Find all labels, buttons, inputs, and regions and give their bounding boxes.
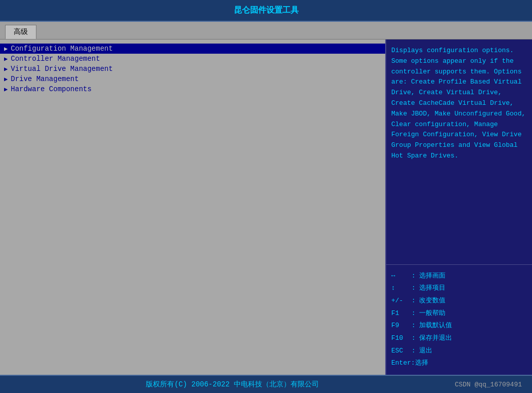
- menu-item-label: Controller Management: [11, 55, 100, 63]
- right-panel: Displays configuration options. Some opt…: [385, 40, 532, 375]
- key-desc: 加载默认值: [419, 320, 452, 332]
- key-desc: 选择画面: [419, 270, 445, 283]
- key-desc: 选择: [415, 357, 428, 370]
- footer-brand: CSDN @qq_16709491: [455, 381, 522, 388]
- key-name: Enter:: [391, 357, 415, 370]
- menu-arrow-icon: ▶: [4, 75, 8, 83]
- menu-arrow-icon: ▶: [4, 86, 8, 93]
- key-colon: :: [412, 345, 419, 358]
- key-colon: :: [412, 270, 419, 283]
- main-content: ▶Configuration Management▶Controller Man…: [0, 39, 532, 375]
- menu-item-4[interactable]: ▶Hardware Components: [0, 84, 385, 94]
- app-title: 昆仑固件设置工具: [234, 6, 299, 15]
- menu-arrow-icon: ▶: [4, 65, 8, 73]
- key-desc: 保存并退出: [419, 332, 452, 345]
- key-hint-row: +/- : 改变数值: [391, 295, 527, 307]
- menu-item-3[interactable]: ▶Drive Management: [0, 74, 385, 84]
- key-hints: ↔ : 选择画面↕ : 选择项目+/- : 改变数值F1 : 一般帮助F9 : …: [386, 265, 532, 375]
- key-hint-row: ↕ : 选择项目: [391, 282, 527, 295]
- key-desc: 改变数值: [419, 295, 445, 307]
- app: 昆仑固件设置工具 高级 ▶Configuration Management▶Co…: [0, 0, 532, 393]
- menu-item-label: Configuration Management: [11, 45, 113, 53]
- key-hint-row: F10 : 保存并退出: [391, 332, 527, 345]
- tab-advanced[interactable]: 高级: [5, 25, 36, 40]
- key-colon: :: [412, 332, 419, 345]
- key-name: F1: [391, 307, 412, 320]
- footer: 版权所有(C) 2006-2022 中电科技（北京）有限公司 CSDN @qq_…: [0, 375, 532, 393]
- key-desc: 一般帮助: [419, 307, 445, 320]
- key-hint-row: ↔ : 选择画面: [391, 270, 527, 283]
- help-text: Displays configuration options. Some opt…: [386, 40, 532, 265]
- left-panel: ▶Configuration Management▶Controller Man…: [0, 40, 385, 375]
- menu-item-label: Virtual Drive Management: [11, 65, 113, 73]
- tab-bar: 高级: [0, 22, 532, 39]
- key-desc: 选择项目: [419, 282, 445, 295]
- key-name: F10: [391, 332, 412, 345]
- key-name: ↔: [391, 270, 412, 283]
- key-name: F9: [391, 320, 412, 332]
- menu-arrow-icon: ▶: [4, 55, 8, 63]
- key-desc: 退出: [419, 345, 432, 358]
- key-colon: :: [412, 282, 419, 295]
- key-colon: :: [412, 320, 419, 332]
- menu-item-0[interactable]: ▶Configuration Management: [0, 44, 385, 54]
- key-hint-row: Enter:选择: [391, 357, 527, 370]
- menu-item-2[interactable]: ▶Virtual Drive Management: [0, 64, 385, 74]
- menu-item-label: Drive Management: [11, 75, 78, 83]
- footer-copyright: 版权所有(C) 2006-2022 中电科技（北京）有限公司: [10, 380, 455, 389]
- key-colon: :: [412, 295, 419, 307]
- key-name: ↕: [391, 282, 412, 295]
- key-hint-row: F1 : 一般帮助: [391, 307, 527, 320]
- key-name: +/-: [391, 295, 412, 307]
- key-hint-row: ESC : 退出: [391, 345, 527, 358]
- key-colon: :: [412, 307, 419, 320]
- title-bar: 昆仑固件设置工具: [0, 0, 532, 22]
- menu-item-1[interactable]: ▶Controller Management: [0, 54, 385, 64]
- menu-arrow-icon: ▶: [4, 45, 8, 53]
- menu-item-label: Hardware Components: [11, 85, 92, 93]
- key-hint-row: F9 : 加载默认值: [391, 320, 527, 332]
- key-name: ESC: [391, 345, 412, 358]
